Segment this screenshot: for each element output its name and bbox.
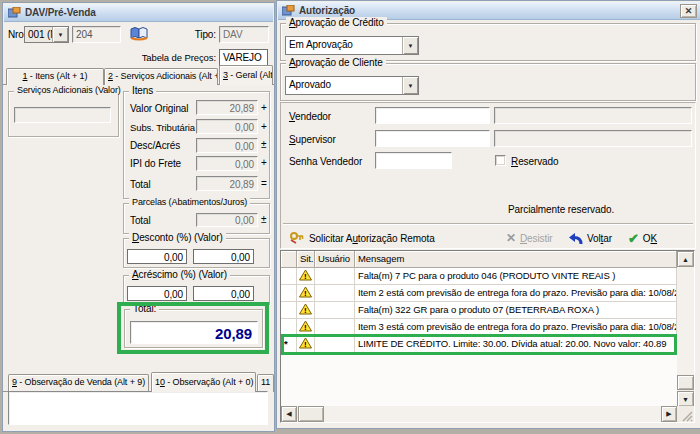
scroll-right-icon[interactable]: ▶ [661,406,677,422]
itens-total-field: 20,89 [196,176,258,191]
warning-icon: ! [297,268,315,285]
tipo-field: DAV [219,26,269,43]
chevron-down-icon[interactable]: ▼ [402,77,418,94]
row-selector-cell [281,302,297,319]
valor-original-op: + [261,102,267,113]
chevron-down-icon[interactable]: ▼ [402,37,418,54]
subs-tributaria-field: 0,00 [196,119,258,134]
warning-icon: ! [297,319,315,336]
desconto-valor-field[interactable]: 0,00 [193,249,254,264]
tab-itens[interactable]: 1 - Itens (Alt + 1) [6,68,104,85]
usuario-cell [315,336,355,353]
aprovacao-cliente-combobox[interactable]: Aprovado ▼ [285,76,419,95]
horizontal-scroll-thumb[interactable] [298,406,324,422]
mensagem-cell: Falta(m) 322 GR para o produto 07 (BETER… [355,302,677,319]
tab-servicos-adicionais[interactable]: 2 - Serviços Adicionais (Alt + 2) [104,68,218,85]
desc-acres-label: Desc/Acrés [130,140,180,151]
acrescimo-group: Acréscimo (%) (Valor) 0,00 0,00 [123,275,270,305]
solicitar-autorizacao-button[interactable]: Solicitar Autorização Remota [289,229,435,247]
grid-header-mensagem[interactable]: Mensagem [355,251,677,268]
tab-geral[interactable]: 3 - Geral (Alt + [219,65,273,85]
svg-text:!: ! [304,340,307,349]
grid-row[interactable]: ! Item 2 está com previsão de entrega fo… [281,285,677,302]
authorization-fields-panel: Vendedor Supervisor Senha Vendedor Reser… [280,102,696,249]
desc-acres-field: 0,00 [196,138,258,153]
grid-header-usuario[interactable]: Usuário [315,251,355,268]
subs-tributaria-label: Subs. Tributária [130,122,195,133]
observacao-textarea[interactable] [8,391,268,425]
grid-header-sit[interactable]: Sit. [297,251,315,268]
book-icon[interactable] [130,26,149,41]
parcelas-group: Parcelas (Abatimentos/Juros) Total 0,00 … [123,203,270,234]
tab-11[interactable]: 11 [257,374,274,392]
warning-icon: ! [297,336,315,353]
nro-serie-value: 001 (MA [25,27,52,42]
row-selector-cell [281,268,297,285]
tab-observacao[interactable]: 10 - Observação (Alt + 0) [151,372,256,392]
vendedor-input[interactable] [375,107,490,124]
vertical-scrollbar[interactable]: ▲ ▼ [677,251,694,407]
servicos-adicionais-caption: Serviços Adicionais (Valor) [14,85,124,95]
auth-window-title: Autorização [299,5,355,16]
vendedor-name-field [494,107,692,124]
grid-row[interactable]: ! Falta(m) 322 GR para o produto 07 (BET… [281,302,677,319]
valor-original-field: 20,89 [196,100,258,115]
grid-header-selector [281,251,297,268]
chevron-down-icon[interactable]: ▼ [52,27,68,42]
vertical-scroll-thumb[interactable] [677,375,694,390]
window-autorizacao: Autorização ✕ Aprovação de Crédito Em Ap… [276,0,700,429]
reservado-label: Reservado [511,156,558,167]
valor-original-label: Valor Original [130,103,188,114]
supervisor-label: Supervisor [289,134,336,145]
ok-button[interactable]: ✔ OK [628,229,657,247]
keys-icon [289,231,305,245]
acrescimo-caption: Acréscimo (%) (Valor) [129,269,230,280]
scroll-up-icon[interactable]: ▲ [677,251,694,267]
scroll-down-icon[interactable]: ▼ [677,391,694,407]
vendedor-label: Vendedor [289,111,331,122]
ok-label: OK [643,233,657,244]
grid-row[interactable]: ! Falta(m) 7 PC para o produto 046 (PROD… [281,268,677,285]
ipi-frete-field: 0,00 [196,156,258,171]
usuario-cell [315,285,355,302]
toolbar-separator [283,223,693,225]
solicitar-autorizacao-label: Solicitar Autorização Remota [309,233,435,244]
close-icon[interactable]: ✕ [680,4,697,18]
total-value-field: 20,89 [130,321,258,344]
supervisor-input[interactable] [375,130,490,147]
acrescimo-pct-field[interactable]: 0,00 [127,286,187,301]
tabela-precos-label: Tabela de Preços: [123,52,216,63]
grid-header-row: Sit. Usuário Mensagem [281,251,677,268]
tab-observacao-venda[interactable]: 9 - Observação de Venda (Alt + 9) [8,374,149,392]
subs-tributaria-op: + [261,121,267,132]
row-selector-cell [281,319,297,336]
grid-row[interactable]: ! Item 3 está com previsão de entrega fo… [281,319,677,336]
ipi-frete-label: IPI do Frete [130,158,181,169]
scroll-left-icon[interactable]: ◀ [281,406,297,422]
resize-grip[interactable] [677,406,694,422]
aprovacao-credito-combobox[interactable]: Em Aprovação ▼ [285,36,419,55]
svg-text:!: ! [304,289,307,298]
senha-vendedor-input[interactable] [375,152,452,169]
row-selector-cell: * [281,336,297,353]
check-icon: ✔ [628,231,639,246]
acrescimo-valor-field[interactable]: 0,00 [193,286,254,301]
aprovacao-credito-caption: Aprovação de Crédito [286,17,387,28]
window-dav-pre-venda: DAV/Pré-Venda Nro: 001 (MA ▼ 204 Tipo: D… [2,2,275,432]
desconto-caption: Desconto (%) (Valor) [129,232,226,243]
aprovacao-cliente-value: Aprovado [286,77,402,94]
parcelas-total-label: Total [130,215,151,226]
voltar-button[interactable]: Voltar [567,229,612,247]
tabela-precos-field[interactable]: VAREJO [219,49,268,66]
nro-serie-combobox[interactable]: 001 (MA ▼ [24,26,69,43]
reservado-checkbox[interactable] [495,155,506,166]
window-icon [8,7,21,18]
horizontal-scrollbar[interactable]: ◀ ▶ [281,406,677,422]
desconto-pct-field[interactable]: 0,00 [127,249,187,264]
grid-row-selected[interactable]: * ! LIMITE DE CRÉDITO. Limite: 30.00. Dí… [281,336,677,353]
mensagem-cell: Falta(m) 7 PC para o produto 046 (PRODUT… [355,268,677,285]
itens-caption: Itens [129,85,156,96]
aprovacao-credito-value: Em Aprovação [286,37,402,54]
desktop: DAV/Pré-Venda Nro: 001 (MA ▼ 204 Tipo: D… [0,0,700,434]
parcelas-total-field: 0,00 [196,213,258,227]
